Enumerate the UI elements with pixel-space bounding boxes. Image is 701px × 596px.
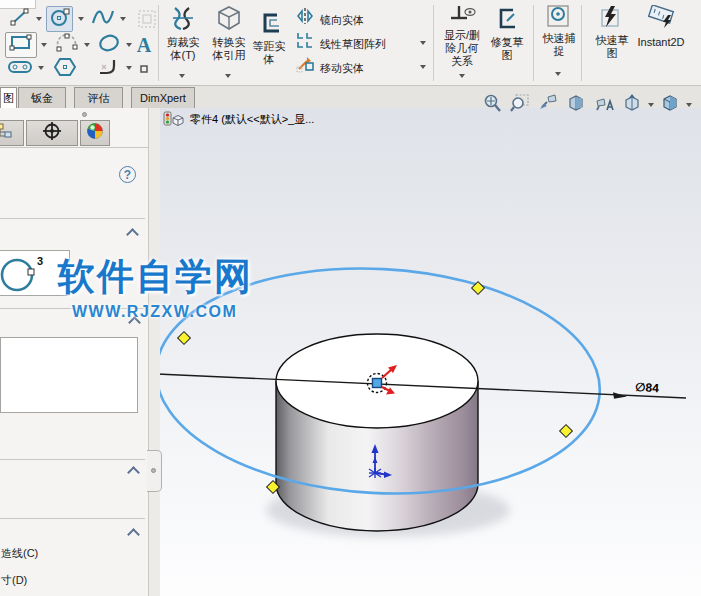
- move-entities-button[interactable]: [294, 56, 316, 76]
- help-icon[interactable]: ?: [119, 166, 136, 183]
- rectangle-tool-button[interactable]: [5, 32, 37, 58]
- polygon-tool-icon: [53, 56, 77, 82]
- line-tool-button[interactable]: [8, 8, 32, 30]
- mirror-entities-label[interactable]: 镜向实体: [320, 13, 364, 28]
- construction-line-option-label[interactable]: 造线(C): [1, 546, 38, 561]
- circle-tool-icon: [49, 6, 71, 32]
- mirror-entities-button[interactable]: [294, 8, 316, 28]
- zoom-area-icon: [510, 93, 530, 117]
- spline-tool-icon: [91, 7, 115, 31]
- panel-collapse-handle[interactable]: [147, 450, 162, 492]
- part-name[interactable]: 零件4 (默认<<默认>_显...: [190, 112, 314, 127]
- line-dropdown-caret[interactable]: [36, 17, 42, 21]
- text-tool-icon: A: [137, 34, 151, 56]
- linear-pattern-button[interactable]: [294, 32, 316, 52]
- move-entities-caret[interactable]: [420, 65, 426, 69]
- quick-snaps-caret[interactable]: [555, 72, 561, 76]
- display-style-icon: [659, 93, 681, 117]
- trim-entities-label[interactable]: 剪裁实体(T): [160, 36, 206, 62]
- offset-entities-button[interactable]: [254, 12, 284, 40]
- quick-snaps-label[interactable]: 快速捕捉: [536, 32, 582, 58]
- fillet-tool-icon: [97, 57, 121, 81]
- panel-section-divider: [0, 308, 145, 309]
- slot-dropdown-caret[interactable]: [38, 66, 44, 70]
- ribbon-divider: [158, 5, 159, 81]
- display-relations-caret[interactable]: [459, 74, 465, 78]
- feature-tree-tab-icon: [0, 122, 15, 144]
- zoom-fit-icon: [482, 93, 502, 117]
- tab-evaluate[interactable]: 评估: [74, 87, 123, 108]
- arc-tool-icon: [55, 33, 79, 57]
- repair-sketch-icon: [493, 7, 519, 35]
- fillet-tool-button[interactable]: [96, 58, 122, 80]
- tab-sketch[interactable]: 图: [0, 87, 17, 108]
- previous-view-icon: [538, 93, 558, 117]
- arc-tool-button[interactable]: [54, 34, 80, 56]
- display-relations-button[interactable]: [448, 5, 478, 29]
- section-collapse-chevron[interactable]: [127, 528, 140, 541]
- previous-view-button[interactable]: [536, 92, 560, 118]
- instant2d-button[interactable]: [646, 6, 676, 32]
- model-scene[interactable]: ∅84: [148, 108, 701, 596]
- rectangle-dropdown-caret[interactable]: [41, 43, 47, 47]
- existing-relations-listbox[interactable]: [0, 337, 138, 413]
- linear-pattern-label[interactable]: 线性草图阵列: [320, 37, 386, 52]
- panel-splitter-dot[interactable]: [82, 112, 87, 117]
- hide-show-items-button[interactable]: [592, 92, 616, 118]
- convert-dropdown-caret[interactable]: [225, 74, 231, 78]
- instant2d-label[interactable]: Instant2D: [628, 36, 694, 49]
- point-tool-button[interactable]: [136, 62, 152, 78]
- spline-dropdown-caret[interactable]: [120, 17, 126, 21]
- color-ball-tab-icon: [86, 122, 104, 144]
- linear-pattern-caret[interactable]: [420, 41, 426, 45]
- linear-pattern-icon: [295, 31, 315, 53]
- panel-section-divider: [0, 459, 145, 460]
- crosshair-tab-icon: [41, 121, 63, 145]
- fillet-dropdown-caret[interactable]: [126, 66, 132, 70]
- panel-splitter[interactable]: [148, 108, 160, 596]
- view-orientation-button[interactable]: [620, 92, 644, 118]
- display-style-button[interactable]: [658, 92, 682, 118]
- convert-entities-icon: [215, 5, 243, 35]
- quick-snaps-button[interactable]: [544, 5, 572, 31]
- cylinder-body[interactable]: [276, 334, 478, 531]
- spline-tool-button[interactable]: [90, 8, 116, 30]
- section-collapse-chevron[interactable]: [128, 316, 141, 329]
- ellipse-tool-icon: [97, 33, 121, 57]
- part-icon: [163, 110, 185, 128]
- display-relations-label[interactable]: 显示/删除几何关系: [436, 29, 488, 68]
- text-tool-button[interactable]: A: [132, 32, 156, 58]
- tab-sheet-metal[interactable]: 钣金: [18, 87, 66, 108]
- zoom-area-button[interactable]: [508, 92, 532, 118]
- panel-section-divider: [0, 218, 145, 219]
- mirror-entities-icon: [295, 7, 315, 29]
- display-style-caret[interactable]: [686, 103, 692, 107]
- add-dimension-option-label[interactable]: 寸(D): [1, 573, 27, 588]
- circle-type-selector[interactable]: 3: [0, 250, 70, 296]
- zoom-fit-button[interactable]: [480, 92, 504, 118]
- convert-entities-button[interactable]: [214, 6, 244, 34]
- polygon-tool-button[interactable]: [52, 58, 78, 80]
- repair-sketch-button[interactable]: [492, 8, 520, 34]
- repair-sketch-label[interactable]: 修复草图: [484, 36, 530, 62]
- circle-dropdown-caret[interactable]: [78, 17, 84, 21]
- slot-tool-button[interactable]: [6, 60, 34, 78]
- panel-tab-display-manager[interactable]: [80, 120, 110, 146]
- view-orientation-caret[interactable]: [648, 103, 654, 107]
- move-entities-label[interactable]: 移动实体: [320, 61, 364, 76]
- ellipse-tool-button[interactable]: [96, 34, 122, 56]
- trim-dropdown-caret[interactable]: [179, 74, 185, 78]
- trim-entities-button[interactable]: [168, 6, 198, 34]
- section-collapse-chevron[interactable]: [126, 228, 139, 241]
- circle-tool-button[interactable]: [46, 6, 73, 32]
- rapid-sketch-icon: [597, 5, 623, 33]
- arc-dropdown-caret[interactable]: [84, 43, 90, 47]
- tab-dimxpert[interactable]: DimXpert: [131, 87, 195, 108]
- offset-entities-label[interactable]: 等距实体: [246, 40, 292, 66]
- section-view-button[interactable]: [564, 92, 588, 118]
- section-collapse-chevron[interactable]: [127, 466, 140, 479]
- dimension-text[interactable]: ∅84: [635, 380, 660, 395]
- panel-tab-property-manager[interactable]: [26, 120, 78, 146]
- rapid-sketch-button[interactable]: [596, 6, 624, 32]
- panel-tab-feature-tree[interactable]: [0, 120, 24, 146]
